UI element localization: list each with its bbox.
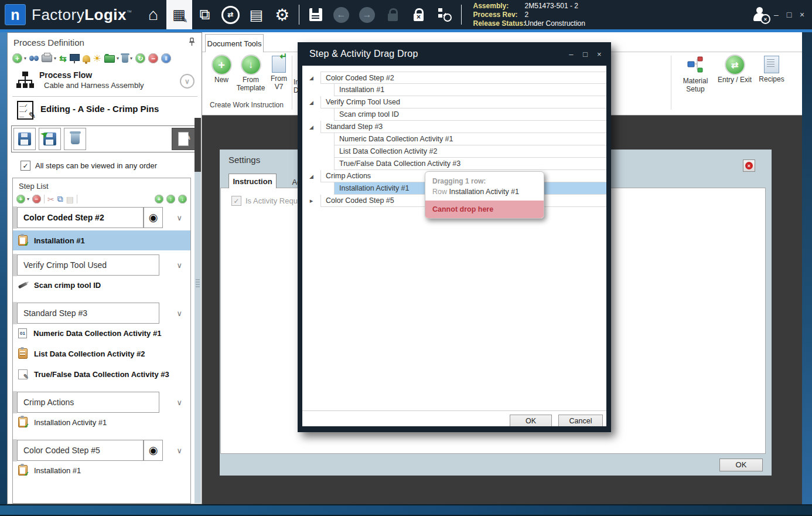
add-caret-icon[interactable]: ▾: [24, 56, 26, 61]
add-step-icon[interactable]: +: [16, 195, 25, 203]
insert-step-icon[interactable]: +: [155, 195, 163, 203]
documents-button[interactable]: ▤: [244, 0, 269, 29]
activity-row[interactable]: Installation Activity #1: [13, 415, 190, 429]
chevron-down-icon[interactable]: ∨: [176, 213, 182, 222]
process-definition-button[interactable]: ▦✎: [166, 0, 192, 29]
window-minimize-button[interactable]: –: [770, 6, 783, 23]
sidebar-scrollbar[interactable]: [195, 118, 201, 503]
tree-row[interactable]: List Data Collection Activity #2: [302, 145, 606, 158]
dialog-cancel-button[interactable]: Cancel: [558, 415, 603, 426]
activity-row[interactable]: Installation #1: [13, 463, 190, 477]
add-icon[interactable]: +: [12, 53, 22, 63]
add-step-caret-icon[interactable]: ▾: [27, 196, 29, 202]
activity-row[interactable]: True/False Data Collection Activity #3: [13, 367, 190, 381]
user-logout-button[interactable]: ×: [752, 7, 767, 22]
from-v7-button[interactable]: From V7: [267, 56, 291, 91]
delete-step-button[interactable]: [64, 128, 86, 150]
forward-button[interactable]: →: [354, 0, 380, 29]
save-button[interactable]: [303, 0, 329, 29]
expander-expanded-icon[interactable]: ◢: [302, 170, 320, 182]
step-header[interactable]: Color Coded Step #2 ◉ ∨: [13, 206, 190, 229]
new-document-button[interactable]: + New: [208, 56, 235, 84]
activity-row[interactable]: 01 Numeric Data Collection Activity #1: [13, 326, 190, 340]
step-name-box[interactable]: Color Coded Step #5: [17, 440, 144, 461]
print-icon[interactable]: [42, 55, 52, 62]
settings-ok-button[interactable]: OK: [719, 459, 763, 471]
color-target-button[interactable]: ◉: [144, 207, 163, 228]
step-header[interactable]: Color Coded Step #5 ◉ ∨: [13, 439, 190, 461]
pause-icon[interactable]: ‖: [161, 53, 171, 63]
tree-row[interactable]: Scan crimp tool ID: [302, 108, 606, 121]
delete-caret-icon[interactable]: ▾: [130, 56, 132, 61]
is-activity-required-checkbox[interactable]: ✓: [231, 196, 241, 206]
move-down-icon[interactable]: ↓: [178, 195, 187, 203]
settings-button[interactable]: ⚙: [269, 0, 295, 29]
any-order-checkbox[interactable]: ✓: [21, 161, 30, 171]
step-header[interactable]: Standard Step #3 ∨: [13, 302, 190, 324]
tree-row[interactable]: Numeric Data Collection Activity #1: [302, 133, 606, 145]
step-name-box[interactable]: Verify Crimp Tool Used: [17, 254, 159, 276]
tree-row[interactable]: True/False Data Collection Activity #3: [302, 158, 606, 170]
process-search-button[interactable]: [432, 0, 458, 29]
save-step-button[interactable]: [13, 128, 36, 150]
tree-row[interactable]: ◢ Verify Crimp Tool Used: [302, 96, 606, 108]
save-import-button[interactable]: ➤: [39, 128, 61, 150]
expander-expanded-icon[interactable]: ◢: [302, 121, 320, 133]
window-close-button[interactable]: ×: [796, 6, 808, 23]
expander-collapsed-icon[interactable]: ▸: [302, 195, 320, 207]
export-caret-icon[interactable]: ▾: [117, 56, 119, 61]
delete-icon[interactable]: [122, 55, 128, 63]
home-button[interactable]: ⌂: [141, 0, 166, 29]
activity-row[interactable]: Scan crimp tool ID: [13, 278, 190, 292]
dialog-close-button[interactable]: ×: [592, 50, 606, 59]
tree-row[interactable]: Installation #1: [302, 84, 606, 96]
remove-step-icon[interactable]: −: [32, 195, 41, 203]
unlock-button[interactable]: [380, 0, 406, 29]
material-setup-button[interactable]: Material Setup: [678, 56, 713, 93]
color-target-button[interactable]: ◉: [144, 440, 163, 461]
expander-expanded-icon[interactable]: ◢: [302, 96, 320, 108]
back-button[interactable]: ←: [329, 0, 354, 29]
chevron-down-icon[interactable]: ∨: [176, 309, 182, 318]
dialog-ok-button[interactable]: OK: [510, 415, 552, 426]
highlight-icon[interactable]: ☀: [93, 53, 101, 64]
presentation-icon[interactable]: [70, 54, 80, 61]
cut-icon[interactable]: ✂: [47, 195, 54, 204]
step-name-box[interactable]: Standard Step #3: [17, 303, 159, 324]
step-name-box[interactable]: Color Coded Step #2: [17, 207, 144, 228]
transfer-button[interactable]: ⇄: [218, 0, 244, 29]
step-header[interactable]: Crimp Actions ∨: [13, 391, 190, 413]
copy-icon[interactable]: ⧉: [57, 194, 63, 204]
production-button[interactable]: ⧉: [192, 0, 218, 29]
step-name-box[interactable]: Crimp Actions: [17, 392, 159, 413]
chevron-down-icon[interactable]: ∨: [176, 398, 182, 407]
tree-row[interactable]: ◢ Standard Step #3: [302, 121, 606, 133]
alert-icon[interactable]: [83, 55, 90, 62]
entry-exit-button[interactable]: ⇄ Entry / Exit: [715, 56, 754, 84]
tab-instruction[interactable]: Instruction: [228, 174, 277, 188]
pin-icon[interactable]: [188, 38, 196, 49]
find-icon[interactable]: [29, 56, 39, 62]
shuffle-icon[interactable]: ⇆: [59, 54, 67, 63]
expander-expanded-icon[interactable]: ◢: [302, 72, 320, 84]
dialog-minimize-button[interactable]: –: [564, 50, 578, 59]
step-header[interactable]: Verify Crimp Tool Used ∨: [13, 254, 190, 276]
print-caret-icon[interactable]: ▾: [54, 56, 56, 61]
settings-close-button[interactable]: ×: [743, 159, 755, 172]
dialog-maximize-button[interactable]: □: [578, 50, 592, 59]
edit-mode-button[interactable]: ✎: [172, 128, 195, 150]
tree-row[interactable]: ◢ Color Coded Step #2: [302, 72, 606, 84]
activity-row[interactable]: Installation #1: [13, 230, 190, 250]
tab-document-tools[interactable]: Document Tools: [205, 34, 264, 52]
export-folder-icon[interactable]: [104, 55, 115, 63]
remove-icon[interactable]: −: [148, 53, 158, 63]
lock-close-button[interactable]: ×: [406, 0, 432, 29]
paste-icon[interactable]: ▤: [66, 195, 74, 204]
window-maximize-button[interactable]: □: [783, 6, 796, 23]
move-up-icon[interactable]: ↑: [166, 195, 175, 203]
refresh-icon[interactable]: ↻: [135, 53, 145, 63]
chevron-down-icon[interactable]: ∨: [176, 446, 182, 455]
collapse-circle-icon[interactable]: ∨: [180, 74, 195, 89]
from-template-button[interactable]: ↓ From Template: [235, 56, 267, 92]
recipes-button[interactable]: Recipes: [756, 56, 787, 83]
